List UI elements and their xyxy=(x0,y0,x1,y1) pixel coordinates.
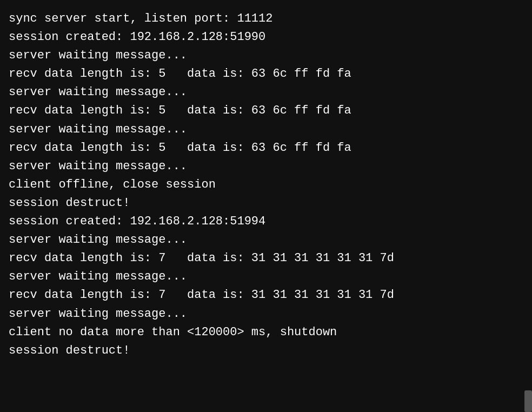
terminal-line: server waiting message... xyxy=(9,46,523,65)
terminal-line: session destruct! xyxy=(9,194,523,212)
terminal-window: sync server start, listen port: 11112ses… xyxy=(0,0,532,412)
terminal-line: server waiting message... xyxy=(9,157,523,176)
terminal-line: session created: 192.168.2.128:51990 xyxy=(9,28,523,46)
scrollbar[interactable] xyxy=(524,390,532,412)
terminal-line: recv data length is: 5 data is: 63 6c ff… xyxy=(9,139,523,157)
terminal-line: server waiting message... xyxy=(9,268,523,286)
terminal-line: server waiting message... xyxy=(9,83,523,102)
terminal-line: server waiting message... xyxy=(9,231,523,249)
terminal-line: server waiting message... xyxy=(9,305,523,323)
terminal-line: recv data length is: 7 data is: 31 31 31… xyxy=(9,286,523,304)
terminal-line: session destruct! xyxy=(9,342,523,360)
terminal-line: session created: 192.168.2.128:51994 xyxy=(9,212,523,231)
terminal-line: server waiting message... xyxy=(9,121,523,139)
terminal-line: recv data length is: 5 data is: 63 6c ff… xyxy=(9,65,523,83)
terminal-line: client no data more than <120000> ms, sh… xyxy=(9,323,523,342)
terminal-line: sync server start, listen port: 11112 xyxy=(9,10,523,28)
terminal-line: recv data length is: 5 data is: 63 6c ff… xyxy=(9,102,523,120)
terminal-line: recv data length is: 7 data is: 31 31 31… xyxy=(9,249,523,268)
terminal-line: client offline, close session xyxy=(9,176,523,194)
